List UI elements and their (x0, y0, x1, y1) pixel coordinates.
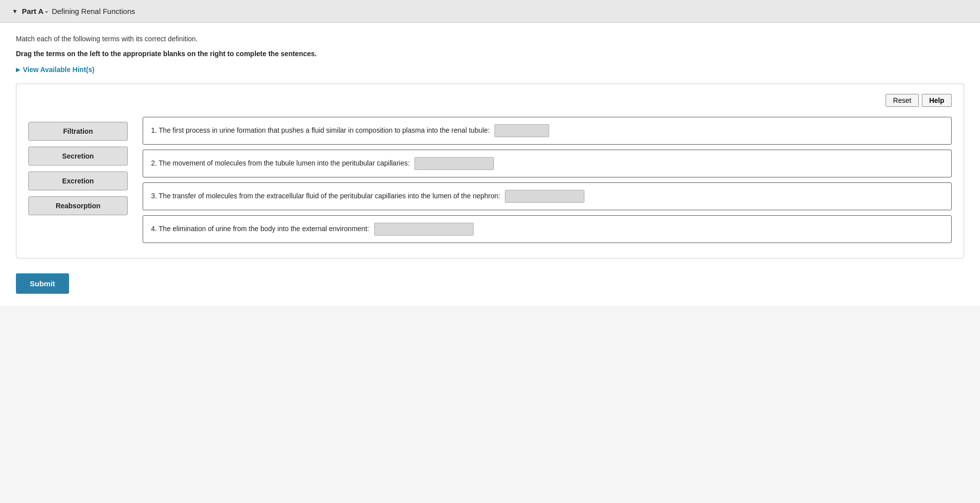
content-area: Match each of the following terms with i… (0, 23, 980, 306)
part-title: Defining Renal Functions (52, 7, 135, 15)
def2-text: 2. The movement of molecules from the tu… (151, 159, 409, 167)
term-reabsorption[interactable]: Reabsorption (28, 196, 128, 215)
definition-2: 2. The movement of molecules from the tu… (143, 150, 952, 177)
hint-label: View Available Hint(s) (23, 66, 94, 74)
definition-4: 4. The elimination of urine from the bod… (143, 215, 952, 243)
part-label: Part A - (22, 7, 48, 15)
drop-blank-3[interactable] (505, 190, 584, 203)
page-wrapper: ▼ Part A - Defining Renal Functions Matc… (0, 0, 980, 503)
def1-number: 1. The first process in urine formation … (151, 126, 490, 134)
drop-blank-1[interactable] (494, 124, 549, 137)
help-button[interactable]: Help (922, 94, 952, 107)
drop-blank-2[interactable] (414, 157, 494, 170)
instruction-text: Match each of the following terms with i… (16, 35, 964, 43)
hint-arrow-icon: ▶ (16, 67, 20, 73)
exercise-box: Reset Help Filtration Secretion Excretio… (16, 84, 964, 258)
definition-1: 1. The first process in urine formation … (143, 117, 952, 145)
hint-link[interactable]: ▶ View Available Hint(s) (16, 66, 964, 74)
collapse-chevron[interactable]: ▼ (12, 8, 18, 15)
def3-text: 3. The transfer of molecules from the ex… (151, 192, 500, 200)
terms-column: Filtration Secretion Excretion Reabsorpt… (28, 117, 128, 243)
definitions-column: 1. The first process in urine formation … (143, 117, 952, 243)
exercise-body: Filtration Secretion Excretion Reabsorpt… (28, 117, 952, 243)
reset-button[interactable]: Reset (886, 94, 919, 107)
submit-button[interactable]: Submit (16, 273, 69, 294)
part-header: ▼ Part A - Defining Renal Functions (0, 0, 980, 23)
definition-3: 3. The transfer of molecules from the ex… (143, 182, 952, 210)
drag-instruction: Drag the terms on the left to the approp… (16, 50, 964, 58)
drop-blank-4[interactable] (374, 223, 474, 236)
term-secretion[interactable]: Secretion (28, 147, 128, 166)
term-filtration[interactable]: Filtration (28, 122, 128, 141)
term-excretion[interactable]: Excretion (28, 171, 128, 190)
def4-text: 4. The elimination of urine from the bod… (151, 225, 369, 233)
toolbar: Reset Help (28, 94, 952, 107)
